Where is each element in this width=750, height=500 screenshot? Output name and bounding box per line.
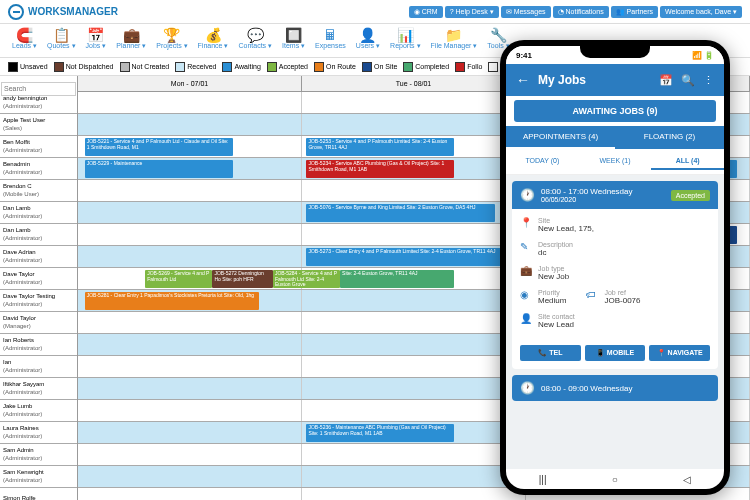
subtab-today[interactable]: TODAY (0) [506,153,579,170]
welcome-button[interactable]: Welcome back, Dave ▾ [660,6,742,18]
phone-signal-icon: 📶 🔋 [692,51,714,60]
logo[interactable]: WORKSMANAGER [8,4,118,20]
legend-swatch [175,62,185,72]
job-desc: dc [538,248,573,257]
awaiting-bar[interactable]: AWAITING JOBS (9) [514,100,716,122]
crm-button[interactable]: ◉ CRM [409,6,443,18]
nav-leads[interactable]: 🧲Leads ▾ [8,26,41,55]
mobile-button[interactable]: 📱 MOBILE [585,345,646,361]
legend-swatch [362,62,372,72]
legend-item: Unsaved [8,62,48,72]
subtab-week[interactable]: WEEK (1) [579,153,652,170]
job-block[interactable]: JOB-5221 - Service 4 and P Falmouth Ltd … [85,138,233,156]
nav-expenses[interactable]: 🖩Expenses [311,26,350,55]
nav-icon: 💰 [205,28,222,42]
user-row[interactable]: Jake Lumb(Administrator) [0,400,77,422]
logo-text: WORKSMANAGER [28,6,118,17]
nav-items[interactable]: 🔲Items ▾ [278,26,309,55]
legend-item: Received [175,62,216,72]
tab-appointments[interactable]: APPOINTMENTS (4) [506,126,615,149]
tab-floating[interactable]: FLOATING (2) [615,126,724,149]
job-block[interactable]: JOB-5229 - Maintenance [85,160,233,178]
legend-item: Not Dispatched [54,62,114,72]
user-row[interactable]: Ian Roberts(Administrator) [0,334,77,356]
user-row[interactable]: Ian(Administrator) [0,356,77,378]
job-card-header: 🕐 08:00 - 17:00 Wednesday 06/05/2020 Acc… [512,181,718,209]
user-row[interactable]: Dave Taylor Testing(Administrator) [0,290,77,312]
nav-reports[interactable]: 📊Reports ▾ [386,26,424,55]
search-icon[interactable]: 🔍 [681,74,695,87]
legend-swatch [8,62,18,72]
user-row[interactable]: Simon Rolfe [0,488,77,500]
nav-icon: 📅 [87,28,104,42]
phone-notch [580,46,650,58]
user-row[interactable]: Sam Kenwright(Administrator) [0,466,77,488]
legend-swatch [120,62,130,72]
nav-icon: 🧲 [16,28,33,42]
job-block[interactable]: JOB-5253 - Service 4 and P Falmouth Limi… [306,138,454,156]
tel-button[interactable]: 📞 TEL [520,345,581,361]
android-home-icon[interactable]: ○ [612,474,618,485]
user-row[interactable]: Dave Taylor(Administrator) [0,268,77,290]
nav-jobs[interactable]: 📅Jobs ▾ [82,26,111,55]
job-block[interactable]: JOB-5272 Dennington Ho Site: poh HFR [212,270,272,288]
legend-item: Follo [455,62,482,72]
job-block[interactable]: JOB-5236 - Maintenance ABC Plumbing (Gas… [306,424,454,442]
legend-swatch [267,62,277,72]
legend-swatch [488,62,498,72]
contact-icon: 👤 [520,313,532,324]
job-block[interactable]: JOB-5284 - Service 4 and P Falmouth Ltd … [273,270,340,288]
job-block[interactable]: JOB-5273 - Clear Entry 4 and P Falmouth … [306,248,508,266]
subtab-all[interactable]: ALL (4) [651,153,724,170]
job-block[interactable]: JOB-5234 - Service ABC Plumbing (Gas & O… [306,160,454,178]
navigate-button[interactable]: 📍 NAVIGATE [649,345,710,361]
logo-icon [8,4,24,20]
calendar-icon[interactable]: 📅 [659,74,673,87]
legend-swatch [314,62,324,72]
nav-contacts[interactable]: 💬Contacts ▾ [234,26,276,55]
nav-planner[interactable]: 💼Planner ▾ [112,26,150,55]
android-recent-icon[interactable]: ◁ [683,474,691,485]
app-subtabs: TODAY (0) WEEK (1) ALL (4) [506,149,724,175]
user-row[interactable]: Iftikhar Sayyam(Administrator) [0,378,77,400]
messages-button[interactable]: ✉ Messages [501,6,551,18]
notifications-button[interactable]: ◔ Notifications [553,6,609,18]
helpdesk-button[interactable]: ? Help Desk ▾ [445,6,499,18]
nav-filemanager[interactable]: 📁File Manager ▾ [427,26,482,55]
user-row[interactable]: Benadmin(Administrator) [0,158,77,180]
nav-icon: 👤 [359,28,376,42]
job-block[interactable]: JOB-5281 - Clear Entry 1 Papadimos's Sto… [85,292,260,310]
job-block[interactable]: JOB-5076 - Service Byrne and King Limite… [306,204,494,222]
user-row[interactable]: Apple Test User(Sales) [0,114,77,136]
user-row[interactable]: Brendon C(Mobile User) [0,180,77,202]
nav-icon: 🔧 [490,28,507,42]
user-row[interactable]: Dan Lamb(Administrator) [0,202,77,224]
tag-icon: 🏷 [586,289,598,300]
job-date: 06/05/2020 [541,196,665,203]
job-block[interactable]: Site: 2-4 Euston Grove, TR11 4AJ [340,270,454,288]
search-input[interactable] [1,82,76,96]
search-box [0,76,77,92]
user-row[interactable]: Sam Admin(Administrator) [0,444,77,466]
nav-quotes[interactable]: 📋Quotes ▾ [43,26,80,55]
user-row[interactable]: andy bennington(Administrator) [0,92,77,114]
day-header: Tue - 08/01 [302,76,526,91]
nav-finance[interactable]: 💰Finance ▾ [194,26,233,55]
job-priority: Medium [538,296,566,305]
user-row[interactable]: David Taylor(Manager) [0,312,77,334]
back-icon[interactable]: ← [516,72,530,88]
user-row[interactable]: Ben Moffit(Administrator) [0,136,77,158]
partners-button[interactable]: 👥 Partners [611,6,658,18]
menu-icon[interactable]: ⋮ [703,74,714,87]
user-column: andy bennington(Administrator)Apple Test… [0,76,78,500]
nav-users[interactable]: 👤Users ▾ [352,26,384,55]
nav-projects[interactable]: 🏆Projects ▾ [152,26,191,55]
job-block[interactable]: JOB-5269 - Service 4 and P Falmouth Ltd [145,270,212,288]
user-row[interactable]: Dan Lamb(Administrator) [0,224,77,246]
app-header: ← My Jobs 📅 🔍 ⋮ [506,64,724,96]
user-row[interactable]: Dave Adrian(Administrator) [0,246,77,268]
user-row[interactable]: Laura Raines(Administrator) [0,422,77,444]
android-back-icon[interactable]: ||| [539,474,547,485]
nav-icon: 🖩 [323,28,337,42]
legend-item: Accepted [267,62,308,72]
